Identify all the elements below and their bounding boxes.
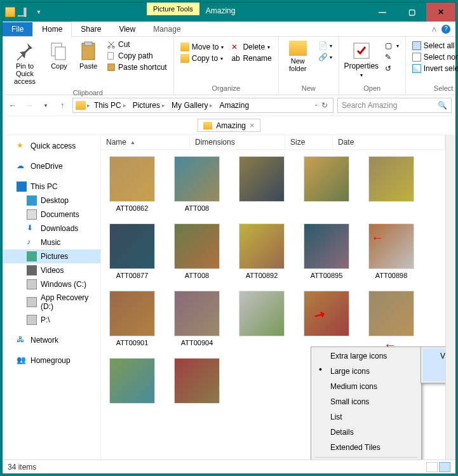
new-item-button[interactable]: 📄▾ <box>316 41 335 51</box>
ctx-small-icons[interactable]: Small icons <box>313 394 420 409</box>
sidebar-music[interactable]: ♪Music <box>3 235 100 249</box>
qat-menu[interactable]: ▁▌ <box>17 5 30 19</box>
file-thumbnail[interactable]: ATT00895 <box>302 223 351 279</box>
file-thumbnail[interactable] <box>237 291 286 347</box>
window-icon[interactable] <box>5 7 15 17</box>
file-thumbnail[interactable]: ATT008 <box>172 156 222 212</box>
sidebar-p-drive[interactable]: P:\ <box>3 313 100 327</box>
file-list[interactable]: ATT00862ATT008ATT00877ATT008ATT00892ATT0… <box>101 150 445 459</box>
file-thumbnail[interactable] <box>367 291 416 347</box>
recent-dropdown[interactable]: ▼ <box>39 99 52 112</box>
ctx-list[interactable]: List <box>313 409 420 425</box>
file-thumbnail[interactable]: ATT00901 <box>107 291 157 347</box>
search-input[interactable]: Search Amazing 🔍 <box>337 98 452 113</box>
edit-button[interactable]: ✎ <box>382 52 401 62</box>
sidebar-pictures[interactable]: Pictures <box>3 249 100 263</box>
ctx-extra-large-icons[interactable]: Extra large icons <box>313 348 420 364</box>
file-thumbnail[interactable]: ATT00877 <box>107 223 157 279</box>
invert-selection-button[interactable]: Invert selection <box>410 63 458 74</box>
forward-button[interactable]: → <box>23 99 36 112</box>
properties-button[interactable]: Properties ▾ <box>343 38 380 81</box>
vertical-scrollbar[interactable] <box>445 135 455 459</box>
minimize-button[interactable]: — <box>368 3 397 22</box>
pin-quick-access-button[interactable]: Pin to Quick access <box>6 38 43 88</box>
copy-path-button[interactable]: Copy path <box>104 51 170 61</box>
sidebar-app-recovery[interactable]: App Recovery (D:) <box>3 291 100 313</box>
copy-button[interactable]: Copy <box>46 38 72 72</box>
cut-button[interactable]: Cut <box>104 39 170 50</box>
refresh-icon[interactable]: ↻ <box>321 101 328 110</box>
up-button[interactable]: ↑ <box>56 99 69 112</box>
file-thumbnail[interactable] <box>172 358 222 406</box>
ctx-large-icons[interactable]: •Large icons <box>313 364 420 379</box>
ctx-medium-icons[interactable]: Medium icons <box>313 379 420 394</box>
sidebar-quick-access[interactable]: ★Quick access <box>3 139 100 153</box>
tab-share[interactable]: Share <box>72 22 110 36</box>
file-thumbnail[interactable]: ATT00898 <box>367 223 416 279</box>
col-date[interactable]: Date <box>333 135 445 149</box>
crumb-thispc[interactable]: This PC▸ <box>91 101 129 110</box>
tab-home[interactable]: Home <box>32 22 72 37</box>
sidebar-videos[interactable]: Videos <box>3 263 100 277</box>
addr-dropdown-icon[interactable]: ⌄ <box>314 101 319 110</box>
move-to-button[interactable]: Move to ▾ <box>178 42 227 52</box>
thumbnails-view-button[interactable] <box>439 462 450 472</box>
folder-tab[interactable]: Amazing × <box>198 119 260 132</box>
new-folder-button[interactable]: New folder <box>283 38 313 75</box>
ctx-view[interactable]: View❯ <box>422 348 445 381</box>
sidebar-onedrive[interactable]: ☁OneDrive <box>3 159 100 173</box>
paste-icon <box>78 41 98 61</box>
back-button[interactable]: ← <box>6 99 19 112</box>
file-thumbnail[interactable]: ATT00862 <box>107 156 157 212</box>
tab-file[interactable]: File <box>3 22 32 36</box>
col-dimensions[interactable]: Dimensions <box>190 135 285 149</box>
file-name: ATT00862 <box>116 204 149 212</box>
sidebar-homegroup[interactable]: 👥Homegroup <box>3 354 100 367</box>
thumbnail-image <box>304 223 349 269</box>
close-button[interactable]: ✕ <box>426 3 455 22</box>
sidebar-documents[interactable]: Documents <box>3 208 100 221</box>
maximize-button[interactable]: ▢ <box>397 3 426 22</box>
help-icon[interactable]: ? <box>441 25 450 34</box>
file-thumbnail[interactable]: ATT00892 <box>237 223 286 279</box>
select-none-button[interactable]: Select none <box>410 52 458 62</box>
status-bar: 34 items <box>3 459 455 473</box>
details-view-button[interactable] <box>426 462 438 472</box>
tab-view[interactable]: View <box>110 22 144 36</box>
file-thumbnail[interactable]: ATT008 <box>172 223 222 279</box>
paste-button[interactable]: Paste <box>75 38 102 72</box>
file-thumbnail[interactable]: ATT00904 <box>172 291 222 347</box>
open-button[interactable]: ▢▾ <box>382 41 401 51</box>
sidebar-downloads[interactable]: ⬇Downloads <box>3 221 100 235</box>
delete-button[interactable]: ✕Delete ▾ <box>229 42 274 52</box>
copy-to-button[interactable]: Copy to ▾ <box>178 53 227 63</box>
edit-icon: ✎ <box>385 53 394 62</box>
tab-close-icon[interactable]: × <box>250 121 255 130</box>
file-thumbnail[interactable] <box>367 156 416 212</box>
thumbnail-image <box>304 291 349 336</box>
ctx-extended-tiles[interactable]: Extended Tiles <box>313 440 420 455</box>
easy-access-button[interactable]: 🔗▾ <box>316 52 335 62</box>
file-thumbnail[interactable] <box>302 156 351 212</box>
sidebar-network[interactable]: 🖧Network <box>3 333 100 347</box>
file-thumbnail[interactable] <box>302 291 351 347</box>
sidebar-windows-c[interactable]: Windows (C:) <box>3 277 100 291</box>
col-size[interactable]: Size <box>285 135 333 149</box>
ctx-details[interactable]: Details <box>313 425 420 440</box>
crumb-mygallery[interactable]: My Gallery▸ <box>169 101 215 110</box>
sidebar-this-pc[interactable]: This PC <box>3 180 100 194</box>
sidebar-desktop[interactable]: Desktop <box>3 194 100 208</box>
paste-shortcut-button[interactable]: Paste shortcut <box>104 62 170 72</box>
file-thumbnail[interactable] <box>107 358 157 406</box>
crumb-pictures[interactable]: Pictures▸ <box>130 101 168 110</box>
address-bar[interactable]: ▸ This PC▸ Pictures▸ My Gallery▸ Amazing… <box>72 98 333 113</box>
col-name[interactable]: Name▲ <box>101 135 190 149</box>
select-all-button[interactable]: Select all <box>410 41 458 51</box>
file-thumbnail[interactable] <box>237 156 286 212</box>
rename-button[interactable]: abRename <box>229 53 274 63</box>
history-button[interactable]: ↺ <box>382 63 401 74</box>
crumb-amazing[interactable]: Amazing <box>217 101 252 110</box>
collapse-ribbon-icon[interactable]: ᐱ <box>432 26 436 33</box>
qat-dropdown[interactable]: ▼ <box>32 5 46 19</box>
tab-manage[interactable]: Manage <box>144 22 189 36</box>
